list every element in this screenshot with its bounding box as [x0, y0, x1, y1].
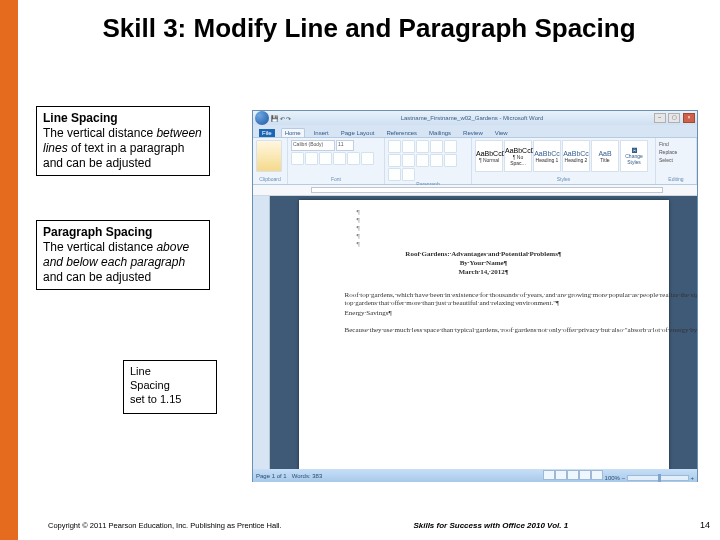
ribbon-body: Clipboard Calibri (Body) 11	[253, 138, 697, 185]
group-font: Calibri (Body) 11 Font	[288, 138, 385, 184]
copyright-text: Copyright © 2011 Pearson Education, Inc.…	[48, 521, 282, 530]
style-no-spacing[interactable]: AaBbCcDc¶ No Spac...	[504, 140, 532, 172]
strike-button[interactable]	[333, 152, 346, 165]
style-title[interactable]: AaBTitle	[591, 140, 619, 172]
style-heading1[interactable]: AaBbCcHeading 1	[533, 140, 561, 172]
callout-paragraph-spacing: Paragraph Spacing The vertical distance …	[36, 220, 210, 290]
doc-para-1: Roof·top·gardens,·which·have·been·in·exi…	[345, 283, 623, 307]
doc-viewport[interactable]: ¶¶¶¶¶ Roof·Gardens:·Advantages·and·Poten…	[270, 196, 697, 469]
view-buttons[interactable]	[543, 475, 603, 481]
bullets-button[interactable]	[388, 140, 401, 153]
window-controls: – ▢ ×	[653, 113, 695, 123]
qat: 💾 ↶ ↷	[271, 115, 291, 122]
vertical-ruler[interactable]	[253, 196, 270, 469]
line3: set to 1.15	[130, 393, 181, 405]
tab-references[interactable]: References	[383, 129, 420, 137]
bold-button[interactable]	[291, 152, 304, 165]
slide-title: Skill 3: Modify Line and Paragraph Spaci…	[48, 14, 690, 44]
group-paragraph: Paragraph	[385, 138, 472, 184]
term: Line Spacing	[43, 111, 118, 125]
align-left-button[interactable]	[402, 154, 415, 167]
doc-page[interactable]: ¶¶¶¶¶ Roof·Gardens:·Advantages·and·Poten…	[299, 200, 669, 469]
status-bar: Page 1 of 1 Words: 383 100% − +	[253, 469, 697, 482]
minimize-button[interactable]: –	[654, 113, 666, 123]
callout-line-spacing: Line Spacing The vertical distance betwe…	[36, 106, 210, 176]
font-color-button[interactable]	[361, 152, 374, 165]
ribbon-tabs: File Home Insert Page Layout References …	[253, 125, 697, 138]
font-size-combo[interactable]: 11	[336, 140, 354, 151]
paragraph-marks: ¶¶¶¶¶	[357, 208, 360, 248]
tab-view[interactable]: View	[492, 129, 511, 137]
shading-button[interactable]	[388, 168, 401, 181]
numbering-button[interactable]	[402, 140, 415, 153]
tab-file[interactable]: File	[259, 129, 275, 137]
tab-mailings[interactable]: Mailings	[426, 129, 454, 137]
line1: Line	[130, 365, 151, 377]
tab-review[interactable]: Review	[460, 129, 486, 137]
style-heading2[interactable]: AaBbCcHeading 2	[562, 140, 590, 172]
slide-footer: Copyright © 2011 Pearson Education, Inc.…	[48, 520, 710, 530]
office-orb-icon[interactable]	[255, 111, 269, 125]
text-pre: The vertical distance	[43, 126, 156, 140]
book-title: Skills for Success with Office 2010 Vol.…	[413, 521, 568, 530]
doc-para-2: Because·they·use·much·less·space·than·ty…	[345, 317, 623, 333]
borders-button[interactable]	[402, 168, 415, 181]
paste-button[interactable]	[256, 140, 282, 172]
change-styles-button[interactable]: 🅰Change Styles	[620, 140, 648, 172]
tab-page-layout[interactable]: Page Layout	[338, 129, 378, 137]
doc-heading: Roof·Gardens:·Advantages·and·Potential·P…	[345, 250, 623, 277]
line2: Spacing	[130, 379, 170, 391]
term: Paragraph Spacing	[43, 225, 152, 239]
maximize-button[interactable]: ▢	[668, 113, 680, 123]
multilevel-button[interactable]	[416, 140, 429, 153]
horizontal-ruler[interactable]	[253, 185, 697, 196]
page-number: 14	[700, 520, 710, 530]
accent-bar	[0, 0, 18, 540]
text-pre: The vertical distance	[43, 240, 156, 254]
status-page: Page 1 of 1	[256, 473, 287, 479]
close-button[interactable]: ×	[683, 113, 695, 123]
zoom-in-button[interactable]: +	[690, 475, 694, 481]
word-window: 💾 ↶ ↷ Lastname_Firstname_w02_Gardens - M…	[252, 110, 698, 482]
replace-button[interactable]: Replace	[659, 148, 693, 156]
doc-para-2-heading: Energy·Savings¶	[345, 309, 623, 317]
align-right-button[interactable]	[430, 154, 443, 167]
group-clipboard: Clipboard	[253, 138, 288, 184]
line-spacing-button[interactable]	[444, 154, 457, 167]
sort-button[interactable]	[388, 154, 401, 167]
tab-home[interactable]: Home	[281, 128, 305, 137]
text-post: and can be adjusted	[43, 270, 151, 284]
group-styles: AaBbCcDc¶ Normal AaBbCcDc¶ No Spac... Aa…	[472, 138, 656, 184]
word-titlebar: 💾 ↶ ↷ Lastname_Firstname_w02_Gardens - M…	[253, 111, 697, 125]
callout-annotation: Line Spacing set to 1.15	[123, 360, 217, 414]
status-words: Words: 383	[292, 473, 323, 479]
window-title: Lastname_Firstname_w02_Gardens - Microso…	[401, 115, 544, 121]
find-button[interactable]: Find	[659, 140, 693, 148]
zoom-out-button[interactable]: −	[622, 475, 626, 481]
select-button[interactable]: Select	[659, 156, 693, 164]
slide-content: Skill 3: Modify Line and Paragraph Spaci…	[18, 0, 720, 540]
font-name-combo[interactable]: Calibri (Body)	[291, 140, 335, 151]
group-editing: Find Replace Select Editing	[656, 138, 697, 184]
decrease-indent-button[interactable]	[430, 140, 443, 153]
align-center-button[interactable]	[416, 154, 429, 167]
zoom-slider[interactable]	[627, 475, 689, 481]
increase-indent-button[interactable]	[444, 140, 457, 153]
subscript-button[interactable]	[347, 152, 360, 165]
italic-button[interactable]	[305, 152, 318, 165]
tab-insert[interactable]: Insert	[311, 129, 332, 137]
document-area: ¶¶¶¶¶ Roof·Gardens:·Advantages·and·Poten…	[253, 196, 697, 469]
zoom-level: 100%	[605, 475, 620, 481]
underline-button[interactable]	[319, 152, 332, 165]
style-normal[interactable]: AaBbCcDc¶ Normal	[475, 140, 503, 172]
